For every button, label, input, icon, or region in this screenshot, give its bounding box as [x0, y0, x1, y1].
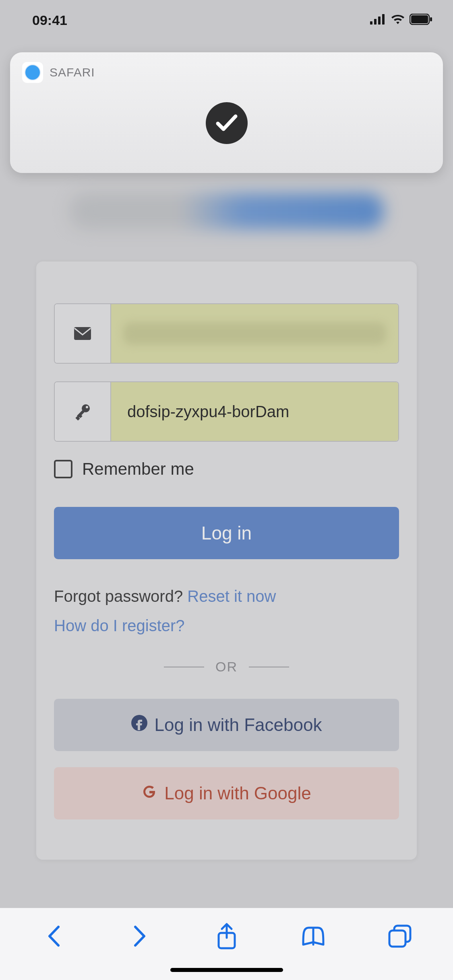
svg-rect-20 [389, 931, 405, 947]
login-button-label: Log in [201, 522, 252, 544]
svg-point-9 [86, 406, 88, 408]
forgot-text: Forgot password? [54, 587, 187, 605]
reset-link[interactable]: Reset it now [187, 587, 276, 605]
key-icon [55, 382, 111, 441]
google-button-label: Log in with Google [164, 783, 311, 803]
google-login-button[interactable]: Log in with Google [54, 767, 399, 819]
register-line: How do I register? [54, 617, 399, 635]
checkmark-icon [206, 102, 248, 144]
safari-app-icon [22, 62, 43, 83]
facebook-login-button[interactable]: Log in with Facebook [54, 699, 399, 751]
remember-checkbox[interactable] [54, 460, 72, 478]
notification-banner[interactable]: SAFARI [10, 52, 443, 173]
login-button[interactable]: Log in [54, 507, 399, 559]
password-value: dofsip-zyxpu4-borDam [127, 403, 289, 421]
forward-button[interactable] [124, 920, 156, 952]
tabs-button[interactable] [384, 920, 416, 952]
notification-body [22, 83, 431, 163]
bookmarks-button[interactable] [297, 920, 329, 952]
forgot-line: Forgot password? Reset it now [54, 587, 399, 605]
google-icon [142, 783, 157, 803]
email-icon [55, 304, 111, 363]
email-field[interactable] [111, 304, 398, 363]
remember-label: Remember me [82, 459, 194, 479]
facebook-icon [131, 715, 147, 735]
password-row[interactable]: dofsip-zyxpu4-borDam [54, 381, 399, 442]
email-row[interactable] [54, 303, 399, 364]
register-link[interactable]: How do I register? [54, 617, 185, 634]
divider-line-right [249, 667, 289, 667]
login-card: dofsip-zyxpu4-borDam Remember me Log in … [36, 261, 417, 860]
divider-line-left [164, 667, 204, 667]
facebook-button-label: Log in with Facebook [155, 715, 322, 735]
notification-app-name: SAFARI [50, 66, 95, 79]
divider-text: OR [215, 659, 238, 675]
home-indicator[interactable] [170, 968, 283, 972]
password-field[interactable]: dofsip-zyxpu4-borDam [111, 382, 398, 441]
site-logo-blurred [70, 193, 384, 229]
svg-rect-7 [74, 327, 91, 340]
share-button[interactable] [211, 920, 243, 952]
remember-row[interactable]: Remember me [54, 459, 399, 479]
back-button[interactable] [37, 920, 70, 952]
notification-header: SAFARI [22, 62, 431, 83]
or-divider: OR [54, 659, 399, 675]
